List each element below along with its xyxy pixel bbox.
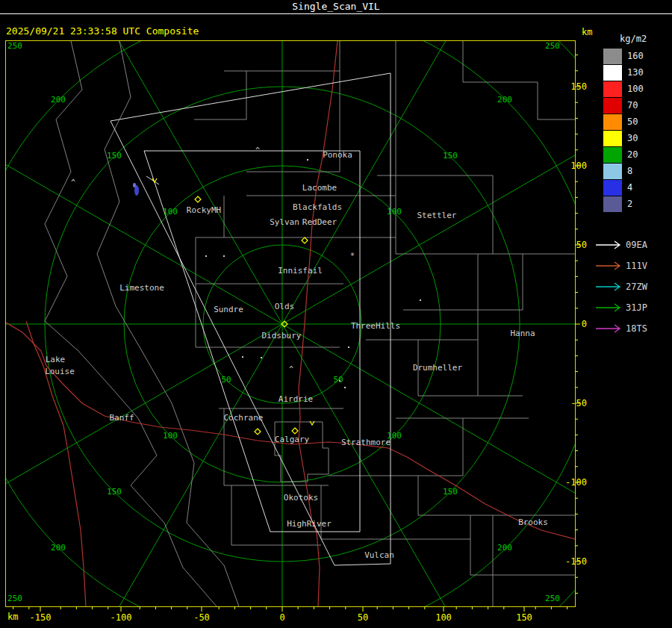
range-label: 100	[163, 207, 178, 217]
color-swatch	[603, 164, 622, 179]
scale-value: 70	[627, 100, 638, 111]
bottom-axis-label: 100	[426, 612, 461, 623]
bottom-axis-label: -100	[103, 612, 139, 623]
right-axis-unit: km	[582, 27, 592, 37]
town-marker	[205, 255, 207, 257]
bottom-axis-label: 50	[345, 612, 381, 623]
scale-value: 160	[627, 51, 644, 61]
city-label: Stettler	[417, 211, 457, 220]
right-axis-label: 100	[557, 161, 587, 171]
color-scale-entry: 30	[603, 130, 644, 146]
city-label: Strathmore	[341, 438, 391, 447]
radar-site-row: 09EA	[595, 234, 647, 255]
town-marker: ^	[289, 365, 293, 373]
bottom-axis-label: -50	[184, 612, 220, 623]
scale-value: 4	[627, 182, 632, 193]
window-title: Single_Scan_VIL	[292, 1, 379, 12]
radar-site-row: 27ZW	[595, 276, 647, 297]
color-scale-entry: 70	[603, 97, 644, 114]
radar-site-marker	[292, 428, 298, 434]
color-swatch	[603, 147, 622, 163]
radar-map: 2502502002001501501001005050100100150150…	[6, 41, 575, 606]
town-marker	[339, 380, 340, 382]
radar-site-arrow-icon	[595, 240, 622, 249]
right-axis-label: -100	[557, 477, 587, 488]
range-label: 150	[107, 151, 122, 161]
radar-site-arrow-icon	[595, 303, 622, 312]
radar-site-arrow-icon	[595, 324, 622, 333]
radar-site-row: 18TS	[595, 318, 647, 339]
city-label: HighRiver	[287, 519, 332, 529]
range-label: 100	[163, 431, 178, 441]
town-marker: ^	[255, 146, 260, 155]
city-label: Didsbury	[262, 331, 302, 341]
color-swatch	[603, 196, 622, 212]
town-marker	[223, 255, 225, 257]
color-scale-entry: 2	[603, 196, 644, 212]
scale-value: 130	[627, 67, 644, 78]
range-label: 150	[443, 487, 458, 497]
color-swatch	[603, 114, 622, 130]
scale-value: 100	[627, 84, 644, 94]
radar-site-legend: 09EA111V27ZW31JP18TS	[595, 234, 647, 339]
range-label: 200	[51, 95, 66, 105]
radar-map-canvas: 2502502002001501501001005050100100150150…	[6, 41, 575, 606]
radar-site-arrow-icon	[595, 261, 622, 270]
scale-value: 2	[627, 199, 632, 209]
city-label: Innisfail	[278, 266, 323, 276]
right-axis-label: 150	[557, 81, 587, 92]
city-label: Brooks	[518, 517, 548, 527]
range-label: 100	[387, 207, 402, 217]
city-label: Louise	[45, 367, 75, 376]
color-scale-entry: 8	[603, 163, 644, 179]
radar-coverage-outline	[111, 73, 391, 565]
scan-timestamp: 2025/09/21 23:33:58 UTC Composite	[6, 25, 199, 37]
town-marker: ^	[71, 178, 75, 187]
bottom-axis-label: 0	[264, 612, 300, 623]
bottom-axis-label: -150	[22, 612, 58, 623]
city-label: Sylvan	[270, 217, 299, 227]
town-marker	[348, 346, 349, 348]
color-swatch	[603, 131, 622, 146]
range-label: 250	[7, 594, 22, 603]
town-marker	[261, 357, 262, 358]
range-label: 150	[443, 151, 458, 161]
city-label: Sundre	[214, 305, 243, 314]
right-axis-label: -150	[557, 556, 587, 567]
town-marker	[242, 356, 243, 358]
scale-value: 20	[627, 149, 638, 160]
city-label: RedDeer	[302, 217, 337, 227]
radar-site-marker	[195, 196, 201, 202]
range-label: 250	[545, 41, 560, 51]
radar-display-window: Single_Scan_VIL 2025/09/21 23:33:58 UTC …	[0, 0, 672, 628]
city-label: ThreeHills	[351, 321, 400, 331]
right-axis-label: 50	[557, 240, 587, 250]
city-label: Limestone	[119, 283, 164, 293]
right-axis-label: -50	[557, 398, 587, 408]
scale-value: 8	[627, 166, 632, 176]
range-label: 200	[51, 543, 66, 553]
range-label: 250	[7, 41, 22, 51]
precipitation-echo	[133, 183, 139, 196]
town-marker	[420, 299, 421, 301]
radar-site-arrow-icon	[595, 282, 622, 291]
color-swatch	[603, 49, 622, 64]
scale-value: 50	[627, 116, 638, 127]
color-swatch	[603, 81, 622, 97]
color-scale-entry: 160	[603, 48, 644, 64]
city-labels: PonokaLacombeBlackfaldsRedDeerSylvanStet…	[45, 150, 548, 560]
range-label: 50	[333, 375, 343, 385]
city-label: Olds	[275, 302, 295, 311]
range-label: 200	[497, 543, 512, 553]
scale-value: 30	[627, 133, 638, 143]
arrow-marker	[152, 178, 157, 182]
range-label: 200	[497, 95, 512, 105]
radar-site-row: 111V	[595, 255, 647, 276]
bottom-axis-label: 150	[506, 612, 542, 623]
color-scale-entry: 20	[603, 146, 644, 163]
city-label: Hanna	[510, 329, 535, 338]
city-label: Okotoks	[284, 493, 318, 503]
city-label: Drumheller	[413, 363, 463, 373]
radar-site-id: 09EA	[626, 240, 647, 250]
city-label: Calgary	[275, 435, 310, 444]
